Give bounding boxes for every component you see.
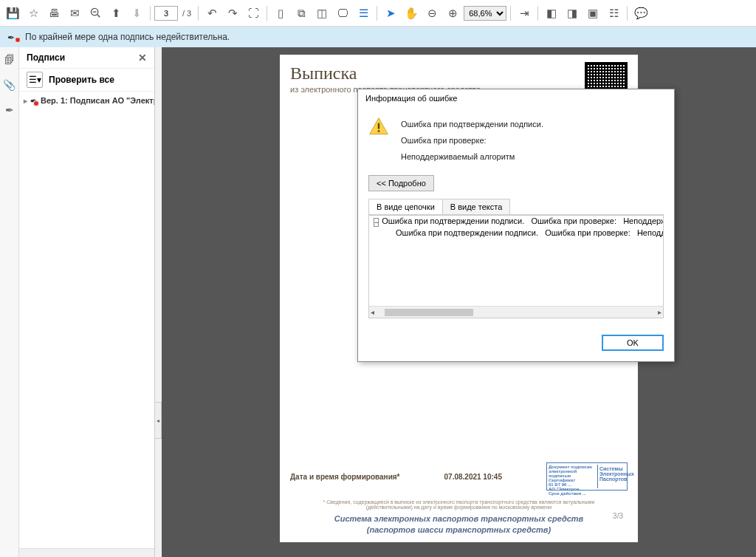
svg-rect-4	[378, 123, 379, 129]
details-toggle-button[interactable]: << Подробно	[368, 175, 434, 191]
dialog-msg-line: Ошибка при подтверждении подписи.	[401, 116, 543, 132]
dialog-title: Информация об ошибке	[358, 89, 674, 107]
tab-text-view[interactable]: В виде текста	[442, 199, 510, 214]
warning-icon	[368, 116, 389, 137]
tree-row[interactable]: Ошибка при подтверждении подписи. Ошибка…	[369, 228, 663, 238]
tree-row[interactable]: − Ошибка при подтверждении подписи. Ошиб…	[369, 216, 663, 228]
dialog-msg-line: Неподдерживаемый алгоритм	[401, 148, 543, 165]
dialog-backdrop: Информация об ошибке Ошибка при подтверж…	[0, 0, 756, 557]
ok-button[interactable]: OK	[602, 335, 664, 351]
tree-text: Ошибка при подтверждении подписи.	[396, 228, 538, 237]
tree-text: Ошибка при проверке:	[531, 216, 616, 227]
horizontal-scrollbar[interactable]: ◂▸	[369, 306, 663, 318]
dialog-msg-line: Ошибка при проверке:	[401, 132, 543, 148]
svg-rect-5	[378, 130, 379, 132]
tree-collapse-icon[interactable]: −	[374, 218, 379, 227]
error-dialog: Информация об ошибке Ошибка при подтверж…	[357, 89, 675, 362]
tab-chain-view[interactable]: В виде цепочки	[368, 199, 443, 214]
error-tree[interactable]: − Ошибка при подтверждении подписи. Ошиб…	[368, 215, 664, 318]
tree-text: Ошибка при подтверждении подписи.	[382, 216, 524, 227]
tree-text: Неподдержи	[623, 216, 664, 227]
tree-text: Ошибка при проверке:	[545, 228, 630, 237]
tree-text: Неподдер	[637, 228, 664, 237]
